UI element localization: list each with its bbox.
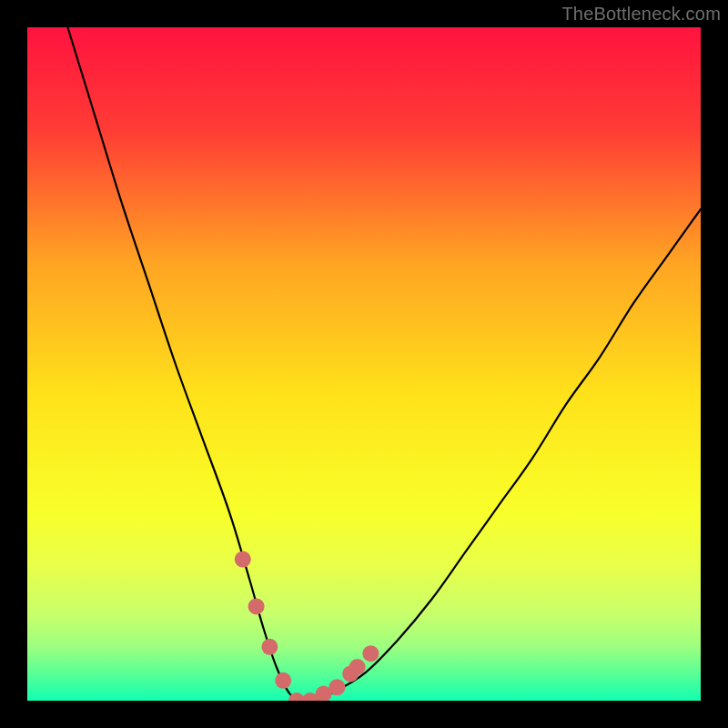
plot-area xyxy=(27,27,701,701)
marker-dot xyxy=(362,645,379,662)
marker-dot xyxy=(261,639,278,655)
marker-dot xyxy=(329,679,345,695)
marker-dot xyxy=(275,672,291,689)
outer-frame: TheBottleneck.com xyxy=(0,0,728,728)
marker-dot xyxy=(349,659,366,675)
bottleneck-curve xyxy=(67,27,701,701)
marker-dot xyxy=(235,551,251,568)
watermark-text: TheBottleneck.com xyxy=(561,4,721,25)
highlighted-points xyxy=(235,551,379,701)
curve-overlay xyxy=(27,27,701,701)
marker-dot xyxy=(248,598,265,614)
